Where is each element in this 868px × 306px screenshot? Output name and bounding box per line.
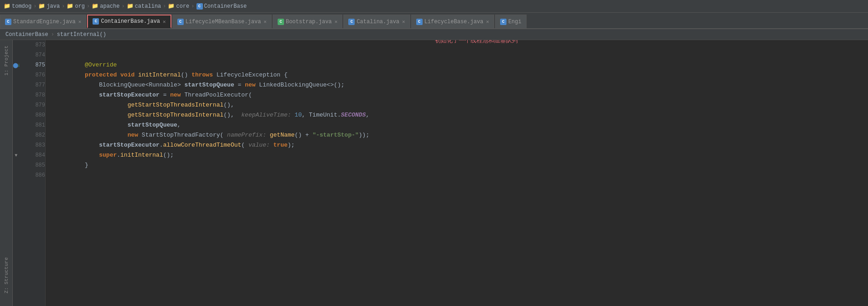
tab-label: Bootstrap.java bbox=[286, 19, 332, 25]
close-icon[interactable]: ✕ bbox=[264, 19, 267, 25]
breadcrumb-core[interactable]: core bbox=[176, 3, 189, 10]
code-line-885 bbox=[49, 160, 868, 170]
line-num-881: 881 bbox=[19, 120, 45, 130]
folder-icon-catalina: 📁 bbox=[127, 3, 134, 10]
tab-label: LifecycleBase.java bbox=[424, 19, 484, 25]
tab-catalina[interactable]: C Catalina.java ✕ bbox=[343, 15, 410, 28]
line-num-877: 877 bbox=[19, 80, 45, 90]
line-num-876: 876 bbox=[19, 70, 45, 80]
tabs-bar: C StandardEngine.java ✕ C ContainerBase.… bbox=[0, 13, 868, 29]
keyword-void: void bbox=[120, 71, 134, 78]
main-area: 1: Project Z: Structure 873 874 ⬤ ↓ 875 … bbox=[0, 40, 868, 306]
cn-comment: 初始化了一个线程池和阻塞队列 bbox=[435, 40, 518, 44]
line-num-873: 873 bbox=[19, 40, 45, 50]
breadcrumb-java[interactable]: java bbox=[46, 3, 60, 10]
tab-lifecyclembean[interactable]: C LifecycleMBeanBase.java ✕ bbox=[172, 15, 272, 28]
close-icon[interactable]: ✕ bbox=[402, 19, 405, 25]
class-lifecycleexception: LifecycleException bbox=[217, 71, 280, 78]
breadcrumb-tomdog[interactable]: tomdog bbox=[12, 3, 31, 10]
line-num-883: 883 bbox=[19, 140, 45, 150]
code-line-886 bbox=[49, 170, 868, 180]
c-icon-green: C bbox=[278, 19, 284, 25]
c-icon: C bbox=[500, 19, 506, 25]
code-line-875: protected void initInternal() throws Lif… bbox=[49, 60, 868, 70]
tab-standardengine[interactable]: C StandardEngine.java ✕ bbox=[0, 15, 86, 28]
folder-icon-core: 📁 bbox=[168, 3, 175, 10]
c-icon: C bbox=[416, 19, 423, 25]
sub-breadcrumb: ContainerBase › startInternal() bbox=[0, 29, 868, 40]
line-num-875: 875 bbox=[21, 60, 45, 70]
class-icon: C bbox=[196, 3, 203, 10]
arrow-icon: ↓ bbox=[17, 62, 21, 68]
tab-label: Catalina.java bbox=[356, 19, 399, 25]
keyword-throws: throws bbox=[191, 71, 213, 78]
line-num-885: 885 bbox=[19, 160, 45, 170]
breadcrumb-catalina[interactable]: catalina bbox=[135, 3, 161, 10]
folder-icon-org: 📁 bbox=[67, 3, 73, 10]
code-area[interactable]: 初始化了一个线程池和阻塞队列 @Override protected void … bbox=[46, 40, 868, 306]
left-sidebar: 1: Project Z: Structure bbox=[0, 40, 13, 306]
tab-label: ContainerBase.java bbox=[101, 18, 160, 25]
method-initinternal: initInternal bbox=[138, 71, 181, 78]
line-num-884: 884 bbox=[19, 150, 45, 160]
close-icon[interactable]: ✕ bbox=[78, 19, 82, 25]
c-icon: C bbox=[5, 19, 11, 25]
tab-containerbase[interactable]: C ContainerBase.java ✕ bbox=[87, 15, 171, 28]
c-icon: C bbox=[177, 19, 184, 25]
line-num-878: 878 bbox=[19, 90, 45, 100]
close-icon[interactable]: ✕ bbox=[486, 19, 489, 25]
tab-lifecyclebase[interactable]: C LifecycleBase.java ✕ bbox=[411, 15, 494, 28]
line-num-886: 886 bbox=[19, 170, 45, 180]
folder-icon: 📁 bbox=[4, 3, 10, 10]
sidebar-tab-structure[interactable]: Z: Structure bbox=[2, 254, 11, 297]
breadcrumb-apache[interactable]: apache bbox=[100, 3, 119, 10]
tab-engi[interactable]: C Engi bbox=[495, 15, 527, 28]
annotation-override: @Override bbox=[85, 61, 117, 68]
sub-breadcrumb-method[interactable]: startInternal() bbox=[57, 31, 106, 38]
breadcrumb-containerbase[interactable]: ContainerBase bbox=[204, 3, 247, 10]
code-line-873: 初始化了一个线程池和阻塞队列 bbox=[49, 40, 868, 50]
folder-icon-java: 📁 bbox=[38, 3, 45, 10]
close-icon[interactable]: ✕ bbox=[163, 19, 166, 25]
tab-label: Engi bbox=[508, 19, 522, 25]
c-icon: C bbox=[93, 18, 99, 25]
breadcrumb-org[interactable]: org bbox=[75, 3, 85, 10]
tab-label: StandardEngine.java bbox=[13, 19, 76, 25]
folder-icon-apache: 📁 bbox=[92, 3, 98, 10]
sidebar-tab-project[interactable]: 1: Project bbox=[2, 42, 11, 79]
breadcrumb-bar: 📁 tomdog › 📁 java › 📁 org › 📁 apache › 📁… bbox=[0, 0, 868, 13]
c-icon: C bbox=[348, 19, 355, 25]
tab-bootstrap[interactable]: C Bootstrap.java ✕ bbox=[273, 15, 342, 28]
line-num-882: 882 bbox=[19, 130, 45, 140]
line-num-874: 874 bbox=[19, 50, 45, 60]
tab-label: LifecycleMBeanBase.java bbox=[186, 19, 261, 25]
line-num-879: 879 bbox=[19, 100, 45, 110]
line-num-880: 880 bbox=[19, 110, 45, 120]
keyword-protected: protected bbox=[85, 71, 117, 78]
close-icon[interactable]: ✕ bbox=[335, 19, 338, 25]
fold-icon[interactable]: ▼ bbox=[15, 153, 17, 158]
sub-breadcrumb-class[interactable]: ContainerBase bbox=[5, 31, 48, 38]
